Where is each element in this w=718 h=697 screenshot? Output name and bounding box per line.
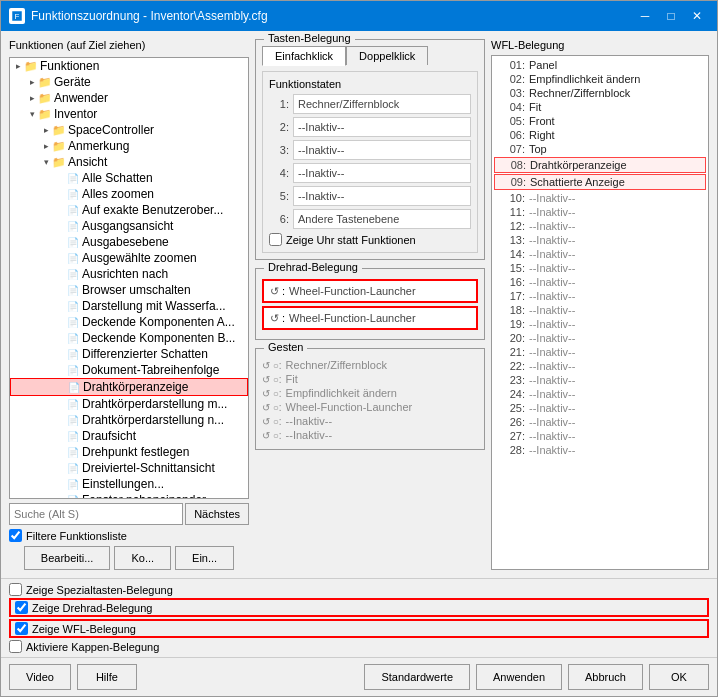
wfl-row-14[interactable]: 15:--Inaktiv-- bbox=[494, 261, 706, 275]
expand-icon-anwender[interactable]: ▸ bbox=[26, 92, 38, 104]
expand-icon-darstellung[interactable] bbox=[54, 300, 66, 312]
footer-btn-abbruch[interactable]: Abbruch bbox=[568, 664, 643, 690]
tree-item-ausgabesebene[interactable]: 📄Ausgabesebene bbox=[10, 234, 248, 250]
expand-icon-draufsicht[interactable] bbox=[54, 430, 66, 442]
func-key-value-1[interactable] bbox=[293, 117, 471, 137]
left-btn-0[interactable]: Bearbeiti... bbox=[24, 546, 111, 570]
footer-btn-ok[interactable]: OK bbox=[649, 664, 709, 690]
tree-item-dokument[interactable]: 📄Dokument-Tabreihenfolge bbox=[10, 362, 248, 378]
wfl-row-4[interactable]: 05:Front bbox=[494, 114, 706, 128]
wfl-row-5[interactable]: 06:Right bbox=[494, 128, 706, 142]
tree-item-fenster[interactable]: 📄Fenster nebeneinander bbox=[10, 492, 248, 499]
expand-icon-drehpunkt[interactable] bbox=[54, 446, 66, 458]
tree-item-drehpunkt[interactable]: 📄Drehpunkt festlegen bbox=[10, 444, 248, 460]
expand-icon-ausgabesebene[interactable] bbox=[54, 236, 66, 248]
tree-item-drahtkoerperdarst_n[interactable]: 📄Drahtkörperdarstellung n... bbox=[10, 412, 248, 428]
tree-item-alles_zoomen[interactable]: 📄Alles zoomen bbox=[10, 186, 248, 202]
expand-icon-ausgangsansicht[interactable] bbox=[54, 220, 66, 232]
tree-item-differenzierter[interactable]: 📄Differenzierter Schatten bbox=[10, 346, 248, 362]
clock-checkbox[interactable] bbox=[269, 233, 282, 246]
wfl-row-7[interactable]: 08:Drahtkörperanzeige bbox=[494, 157, 706, 173]
wfl-row-24[interactable]: 25:--Inaktiv-- bbox=[494, 401, 706, 415]
wfl-row-23[interactable]: 24:--Inaktiv-- bbox=[494, 387, 706, 401]
tree-item-einstellungen[interactable]: 📄Einstellungen... bbox=[10, 476, 248, 492]
wfl-row-12[interactable]: 13:--Inaktiv-- bbox=[494, 233, 706, 247]
wfl-list[interactable]: 01:Panel02:Empfindlichkeit ändern03:Rech… bbox=[491, 55, 709, 570]
expand-icon-auf_exakte[interactable] bbox=[54, 204, 66, 216]
tree-item-auf_exakte[interactable]: 📄Auf exakte Benutzerober... bbox=[10, 202, 248, 218]
wfl-row-15[interactable]: 16:--Inaktiv-- bbox=[494, 275, 706, 289]
expand-icon-anmerkung[interactable]: ▸ bbox=[40, 140, 52, 152]
wfl-row-11[interactable]: 12:--Inaktiv-- bbox=[494, 219, 706, 233]
drehrad-value-0[interactable] bbox=[285, 282, 474, 300]
tree-item-browser[interactable]: 📄Browser umschalten bbox=[10, 282, 248, 298]
tree-item-darstellung[interactable]: 📄Darstellung mit Wasserfa... bbox=[10, 298, 248, 314]
expand-icon-deckende_a[interactable] bbox=[54, 316, 66, 328]
func-key-value-2[interactable] bbox=[293, 140, 471, 160]
tree-item-drahtkoerper[interactable]: 📄Drahtkörperanzeige bbox=[10, 378, 248, 396]
checkbox-drehrad[interactable] bbox=[15, 601, 28, 614]
wfl-row-13[interactable]: 14:--Inaktiv-- bbox=[494, 247, 706, 261]
footer-btn-anwenden[interactable]: Anwenden bbox=[476, 664, 562, 690]
wfl-row-27[interactable]: 28:--Inaktiv-- bbox=[494, 443, 706, 457]
checkbox-wfl[interactable] bbox=[15, 622, 28, 635]
next-button[interactable]: Nächstes bbox=[185, 503, 249, 525]
maximize-button[interactable]: □ bbox=[659, 6, 683, 26]
expand-icon-differenzierter[interactable] bbox=[54, 348, 66, 360]
footer-btn-standardwerte[interactable]: Standardwerte bbox=[364, 664, 470, 690]
expand-icon-geraete[interactable]: ▸ bbox=[26, 76, 38, 88]
expand-icon-ausgewaehlte_zoomen[interactable] bbox=[54, 252, 66, 264]
tree-item-deckende_a[interactable]: 📄Deckende Komponenten A... bbox=[10, 314, 248, 330]
expand-icon-ausrichten[interactable] bbox=[54, 268, 66, 280]
func-key-value-5[interactable] bbox=[293, 209, 471, 229]
func-key-value-3[interactable] bbox=[293, 163, 471, 183]
close-button[interactable]: ✕ bbox=[685, 6, 709, 26]
footer-btn-hilfe[interactable]: Hilfe bbox=[77, 664, 137, 690]
wfl-row-8[interactable]: 09:Schattierte Anzeige bbox=[494, 174, 706, 190]
expand-icon-dreiviertel[interactable] bbox=[54, 462, 66, 474]
wfl-row-17[interactable]: 18:--Inaktiv-- bbox=[494, 303, 706, 317]
func-key-value-0[interactable] bbox=[293, 94, 471, 114]
footer-btn-video[interactable]: Video bbox=[9, 664, 71, 690]
tab-1[interactable]: Doppelklick bbox=[346, 46, 428, 65]
wfl-row-9[interactable]: 10:--Inaktiv-- bbox=[494, 191, 706, 205]
wfl-row-10[interactable]: 11:--Inaktiv-- bbox=[494, 205, 706, 219]
expand-icon-deckende_b[interactable] bbox=[54, 332, 66, 344]
expand-icon-alle_schatten[interactable] bbox=[54, 172, 66, 184]
expand-icon-drahtkoerperdarst_m[interactable] bbox=[54, 398, 66, 410]
tree-item-ansicht[interactable]: ▾📁Ansicht bbox=[10, 154, 248, 170]
expand-icon-browser[interactable] bbox=[54, 284, 66, 296]
expand-icon-alles_zoomen[interactable] bbox=[54, 188, 66, 200]
wfl-row-20[interactable]: 21:--Inaktiv-- bbox=[494, 345, 706, 359]
tree-container[interactable]: ▸📁Funktionen▸📁Geräte▸📁Anwender▾📁Inventor… bbox=[9, 57, 249, 499]
wfl-row-3[interactable]: 04:Fit bbox=[494, 100, 706, 114]
tree-item-alle_schatten[interactable]: 📄Alle Schatten bbox=[10, 170, 248, 186]
tree-item-ausrichten[interactable]: 📄Ausrichten nach bbox=[10, 266, 248, 282]
left-btn-2[interactable]: Ein... bbox=[175, 546, 234, 570]
expand-icon-drahtkoerper[interactable] bbox=[55, 381, 67, 393]
tree-item-drahtkoerperdarst_m[interactable]: 📄Drahtkörperdarstellung m... bbox=[10, 396, 248, 412]
tree-item-anmerkung[interactable]: ▸📁Anmerkung bbox=[10, 138, 248, 154]
left-btn-1[interactable]: Ko... bbox=[114, 546, 171, 570]
tab-0[interactable]: Einfachklick bbox=[262, 46, 346, 66]
expand-icon-spacecontroller[interactable]: ▸ bbox=[40, 124, 52, 136]
filter-checkbox[interactable] bbox=[9, 529, 22, 542]
minimize-button[interactable]: ─ bbox=[633, 6, 657, 26]
tree-item-deckende_b[interactable]: 📄Deckende Komponenten B... bbox=[10, 330, 248, 346]
search-input[interactable] bbox=[9, 503, 183, 525]
tree-item-inventor[interactable]: ▾📁Inventor bbox=[10, 106, 248, 122]
expand-icon-funktionen[interactable]: ▸ bbox=[12, 60, 24, 72]
func-key-value-4[interactable] bbox=[293, 186, 471, 206]
wfl-row-16[interactable]: 17:--Inaktiv-- bbox=[494, 289, 706, 303]
drehrad-value-1[interactable] bbox=[285, 309, 474, 327]
wfl-row-22[interactable]: 23:--Inaktiv-- bbox=[494, 373, 706, 387]
wfl-row-25[interactable]: 26:--Inaktiv-- bbox=[494, 415, 706, 429]
expand-icon-fenster[interactable] bbox=[54, 494, 66, 499]
tree-item-funktionen[interactable]: ▸📁Funktionen bbox=[10, 58, 248, 74]
wfl-row-0[interactable]: 01:Panel bbox=[494, 58, 706, 72]
expand-icon-ansicht[interactable]: ▾ bbox=[40, 156, 52, 168]
tree-item-ausgangsansicht[interactable]: 📄Ausgangsansicht bbox=[10, 218, 248, 234]
wfl-row-2[interactable]: 03:Rechner/Ziffernblock bbox=[494, 86, 706, 100]
tree-item-draufsicht[interactable]: 📄Draufsicht bbox=[10, 428, 248, 444]
expand-icon-drahtkoerperdarst_n[interactable] bbox=[54, 414, 66, 426]
